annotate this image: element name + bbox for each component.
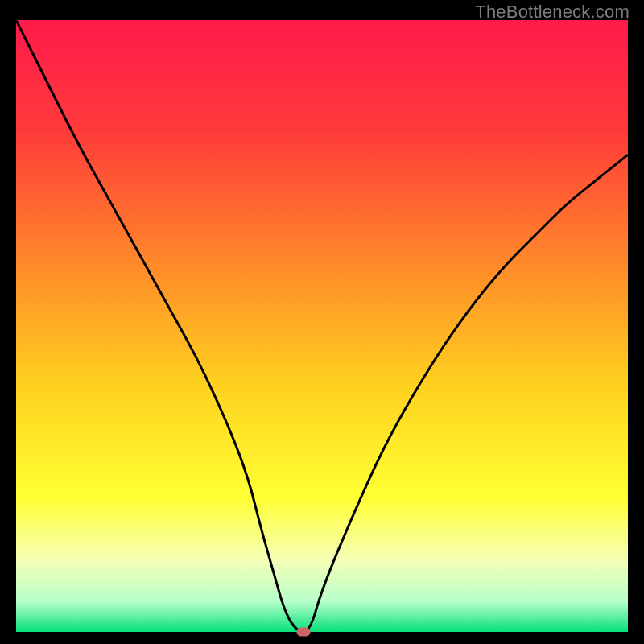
plot-area (16, 20, 628, 632)
curve-svg (16, 20, 628, 632)
optimal-marker (297, 628, 311, 637)
bottleneck-curve (16, 20, 628, 632)
chart-frame: TheBottleneck.com (0, 0, 644, 644)
